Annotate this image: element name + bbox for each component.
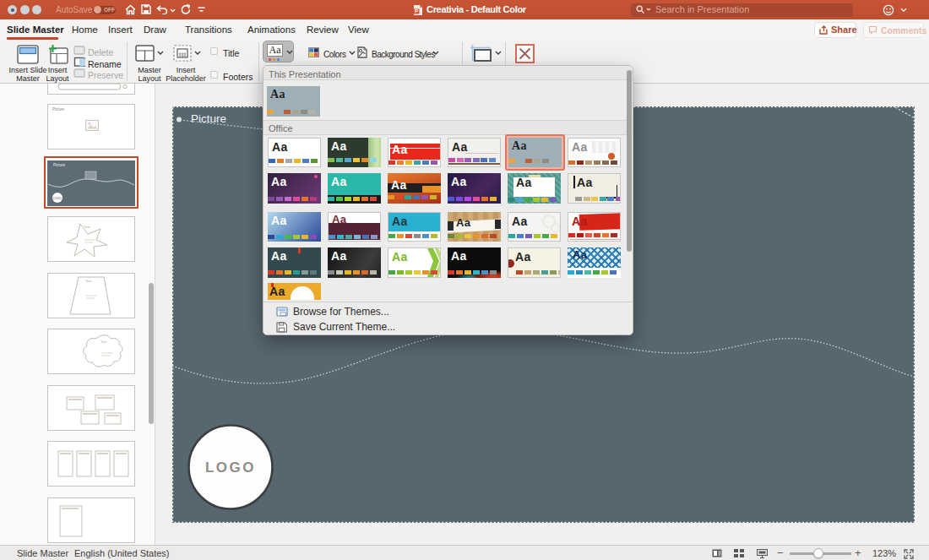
svg-text:P: P xyxy=(415,8,418,14)
svg-text:Text: Text xyxy=(84,225,90,229)
svg-text:Picture: Picture xyxy=(191,112,226,125)
svg-text:Text: Text xyxy=(101,340,107,344)
svg-text:LOGO: LOGO xyxy=(205,459,256,476)
svg-text:Text: Text xyxy=(85,279,92,283)
svg-text:LOGO: LOGO xyxy=(53,196,62,199)
svg-text:Picture: Picture xyxy=(53,163,66,167)
